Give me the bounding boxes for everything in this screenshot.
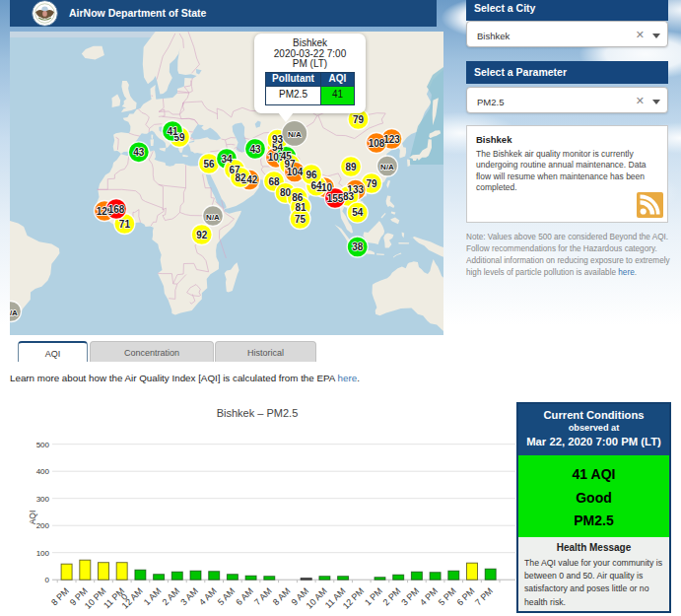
- svg-text:38: 38: [352, 241, 364, 252]
- svg-text:83: 83: [343, 191, 355, 202]
- svg-text:96: 96: [306, 170, 317, 180]
- svg-text:43: 43: [133, 147, 145, 158]
- svg-text:5 PM: 5 PM: [437, 586, 458, 608]
- svg-text:7 PM: 7 PM: [473, 586, 495, 608]
- svg-text:123: 123: [383, 134, 400, 145]
- svg-text:41: 41: [167, 126, 178, 137]
- svg-text:500: 500: [36, 441, 50, 449]
- svg-text:N/A: N/A: [288, 130, 302, 139]
- svg-text:56: 56: [203, 159, 215, 170]
- svg-text:155: 155: [327, 193, 344, 204]
- svg-text:6 PM: 6 PM: [454, 586, 476, 608]
- svg-text:108: 108: [369, 138, 385, 149]
- svg-text:93: 93: [272, 134, 284, 145]
- svg-text:168: 168: [108, 204, 125, 215]
- svg-text:6 AM: 6 AM: [234, 586, 255, 608]
- svg-text:71: 71: [119, 219, 131, 230]
- svg-text:89: 89: [345, 162, 357, 172]
- svg-text:68: 68: [268, 176, 280, 187]
- svg-text:1 PM: 1 PM: [363, 586, 384, 608]
- svg-text:4 AM: 4 AM: [197, 586, 219, 608]
- svg-text:N/A: N/A: [206, 213, 220, 222]
- svg-text:79: 79: [366, 178, 377, 189]
- svg-text:43: 43: [249, 144, 261, 155]
- svg-text:80: 80: [280, 187, 292, 198]
- svg-text:2 AM: 2 AM: [161, 586, 182, 608]
- svg-text:8 PM: 8 PM: [49, 586, 71, 608]
- svg-text:2 PM: 2 PM: [381, 586, 403, 608]
- svg-text:3 PM: 3 PM: [399, 586, 421, 608]
- svg-text:4 PM: 4 PM: [418, 586, 440, 608]
- svg-text:81: 81: [295, 202, 306, 213]
- svg-text:1 AM: 1 AM: [142, 586, 164, 608]
- svg-text:8 AM: 8 AM: [271, 586, 293, 608]
- svg-text:400: 400: [36, 467, 50, 476]
- svg-text:82: 82: [235, 172, 246, 183]
- svg-text:AQI: AQI: [28, 511, 37, 525]
- svg-text:200: 200: [36, 521, 50, 530]
- svg-text:300: 300: [36, 495, 50, 504]
- svg-text:0: 0: [45, 576, 50, 584]
- svg-text:92: 92: [196, 230, 208, 240]
- svg-text:100: 100: [36, 549, 50, 558]
- svg-text:3 AM: 3 AM: [178, 586, 200, 608]
- svg-text:10 AM: 10 AM: [305, 586, 329, 611]
- svg-text:34: 34: [221, 154, 233, 165]
- svg-text:5 AM: 5 AM: [216, 586, 238, 608]
- svg-text:N/A: N/A: [10, 308, 18, 317]
- svg-text:54: 54: [352, 207, 364, 218]
- svg-text:12 PM: 12 PM: [341, 586, 366, 611]
- svg-text:79: 79: [353, 114, 365, 125]
- svg-text:75: 75: [295, 214, 306, 225]
- svg-text:7 AM: 7 AM: [252, 586, 274, 608]
- svg-text:64: 64: [310, 180, 322, 191]
- svg-text:104: 104: [287, 167, 304, 177]
- svg-text:N/A: N/A: [380, 163, 394, 171]
